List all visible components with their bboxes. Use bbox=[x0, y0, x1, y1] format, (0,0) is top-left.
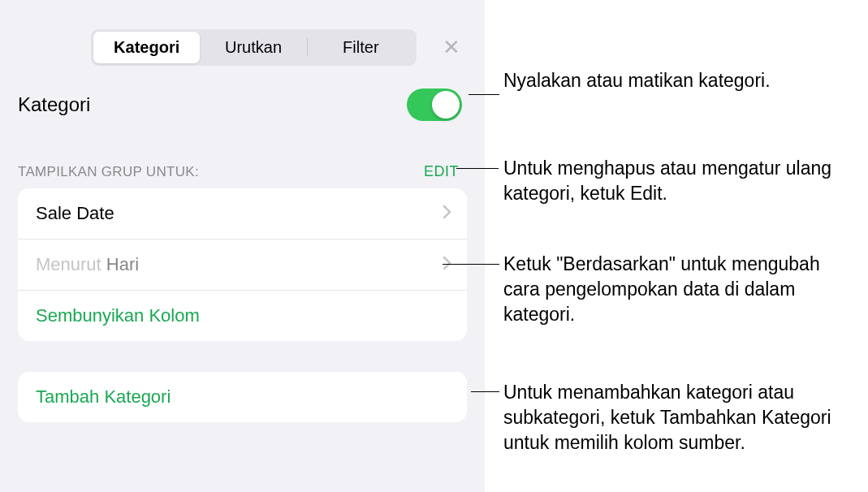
row-menurut-hari[interactable]: Menurut Hari bbox=[18, 240, 467, 291]
add-group: Tambah Kategori bbox=[18, 372, 467, 422]
callout-line bbox=[471, 391, 499, 392]
toggle-knob bbox=[432, 91, 460, 119]
section-label: TAMPILKAN GRUP UNTUK: bbox=[18, 164, 199, 180]
section-header: TAMPILKAN GRUP UNTUK: EDIT bbox=[0, 121, 485, 188]
segmented-control: Kategori Urutkan Filter bbox=[91, 29, 417, 66]
row-sale-date[interactable]: Sale Date bbox=[18, 188, 467, 240]
annotation-edit: Untuk menghapus atau mengatur ulang kate… bbox=[503, 156, 853, 206]
close-icon[interactable]: ✕ bbox=[443, 35, 460, 60]
kategori-toggle[interactable] bbox=[407, 88, 462, 121]
row-tambah-label: Tambah Kategori bbox=[36, 386, 171, 408]
row-tambah-kategori[interactable]: Tambah Kategori bbox=[18, 372, 467, 422]
callout-line bbox=[443, 264, 499, 265]
tab-urutkan[interactable]: Urutkan bbox=[200, 32, 306, 63]
annotations-area: Nyalakan atau matikan kategori. Untuk me… bbox=[503, 0, 861, 492]
title-row: Kategori bbox=[0, 66, 485, 121]
callout-line bbox=[456, 168, 499, 169]
annotation-tambah: Untuk menambahkan kategori atau subkateg… bbox=[503, 380, 844, 455]
edit-button[interactable]: EDIT bbox=[424, 163, 459, 180]
tab-filter[interactable]: Filter bbox=[308, 32, 414, 63]
annotation-berdasarkan: Ketuk "Berdasarkan" untuk mengubah cara … bbox=[503, 252, 844, 327]
group-list: Sale Date Menurut Hari Sembunyikan Kolom bbox=[18, 188, 467, 341]
annotation-toggle: Nyalakan atau matikan kategori. bbox=[503, 68, 771, 93]
row-sembunyikan-label: Sembunyikan Kolom bbox=[36, 305, 200, 326]
row-sembunyikan-kolom[interactable]: Sembunyikan Kolom bbox=[18, 291, 467, 341]
tab-kategori[interactable]: Kategori bbox=[93, 32, 200, 63]
callout-line bbox=[469, 94, 499, 95]
chevron-right-icon bbox=[443, 256, 452, 274]
chevron-right-icon bbox=[443, 205, 452, 223]
row-sale-date-label: Sale Date bbox=[36, 203, 114, 224]
settings-panel: Kategori Urutkan Filter ✕ Kategori TAMPI… bbox=[0, 0, 485, 492]
panel-title: Kategori bbox=[18, 93, 90, 116]
segmented-control-row: Kategori Urutkan Filter ✕ bbox=[0, 0, 485, 66]
row-menurut-label: Menurut Hari bbox=[36, 254, 139, 275]
